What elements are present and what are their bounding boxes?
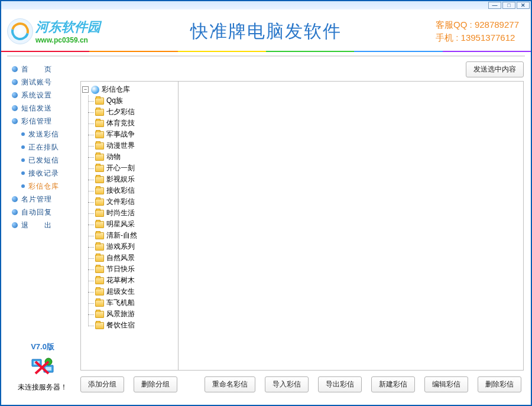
tree-item[interactable]: 超级女生 (95, 286, 177, 297)
bullet-icon (12, 118, 18, 124)
tree-item[interactable]: 明星风采 (95, 219, 177, 230)
tree-item-label: 明星风采 (106, 219, 135, 229)
svg-rect-3 (46, 367, 51, 371)
folder-icon (95, 131, 104, 138)
tree-item[interactable]: 风景旅游 (95, 308, 177, 320)
tree-item[interactable]: 游戏系列 (95, 241, 177, 252)
rename-mms-button[interactable]: 重命名彩信 (205, 376, 255, 392)
tree-root[interactable]: − 彩信仓库 (82, 84, 177, 95)
connection-status-text: 未连接服务器！ (11, 382, 74, 398)
tree-item-label: 节日快乐 (106, 264, 135, 274)
bullet-icon (12, 79, 18, 85)
tree-item[interactable]: 时尚生活 (95, 207, 177, 219)
import-mms-button[interactable]: 导入彩信 (265, 376, 309, 392)
tree-item-label: 餐饮住宿 (106, 320, 135, 330)
main-area: 发送选中内容 − 彩信仓库 Qq族七夕彩信体育竞技军事战争动漫世界动物开心一刻影… (78, 57, 531, 398)
watermark-title: 河东软件园 (35, 18, 100, 36)
titlebar: — □ ✕ (1, 1, 531, 9)
tree-item[interactable]: 餐饮住宿 (95, 320, 177, 331)
maximize-button[interactable]: □ (502, 2, 515, 9)
sidebar-item[interactable]: 系统设置 (11, 89, 74, 102)
folder-icon (95, 300, 104, 307)
delete-group-button[interactable]: 删除分组 (134, 376, 177, 392)
folder-icon (95, 322, 104, 329)
sidebar-item-label: 接收记录 (28, 168, 59, 178)
header: 河东软件园 www.pc0359.cn 快准牌电脑发软件 客服QQ : 9287… (1, 9, 531, 51)
sidebar-item[interactable]: 正在排队 (11, 141, 74, 154)
tree-item-label: 开心一刻 (106, 163, 135, 173)
folder-icon (95, 232, 104, 239)
tree-item[interactable]: 体育竞技 (95, 118, 177, 129)
sidebar-item-label: 首 页 (21, 64, 52, 74)
tree-item[interactable]: 清新-自然 (95, 230, 177, 241)
tree-item[interactable]: 动漫世界 (95, 140, 177, 151)
new-mms-button[interactable]: 新建彩信 (371, 376, 415, 392)
watermark-url: www.pc0359.cn (35, 36, 100, 44)
sidebar-item[interactable]: 彩信仓库 (11, 180, 74, 193)
preview-pane (179, 82, 523, 370)
folder-icon (95, 165, 104, 172)
logo-icon (7, 18, 33, 44)
bullet-icon (21, 132, 25, 136)
tree-item[interactable]: 军事战争 (95, 129, 177, 140)
tree-item-label: 花草树木 (106, 275, 135, 285)
tree-item[interactable]: 文件彩信 (95, 196, 177, 207)
send-selected-button[interactable]: 发送选中内容 (466, 61, 524, 77)
sidebar-item[interactable]: 已发短信 (11, 154, 74, 167)
contact-phone-value: 13951377612 (461, 33, 515, 43)
bullet-icon (21, 145, 25, 149)
add-group-button[interactable]: 添加分组 (80, 376, 124, 392)
tree-view[interactable]: − 彩信仓库 Qq族七夕彩信体育竞技军事战争动漫世界动物开心一刻影视娱乐接收彩信… (81, 82, 179, 370)
sidebar-item[interactable]: 自动回复 (11, 206, 74, 219)
tree-item[interactable]: 自然风景 (95, 252, 177, 264)
folder-icon (95, 243, 104, 251)
tree-item[interactable]: 动物 (95, 151, 177, 163)
rainbow-divider (1, 51, 531, 52)
delete-mms-button[interactable]: 删除彩信 (478, 376, 521, 392)
export-mms-button[interactable]: 导出彩信 (318, 376, 362, 392)
sidebar-item[interactable]: 退 出 (11, 219, 74, 232)
folder-icon (95, 199, 104, 206)
contact-info: 客服QQ : 928789277 手机 : 13951377612 (436, 18, 519, 45)
sidebar-item[interactable]: 彩信管理 (11, 115, 74, 128)
tree-item[interactable]: 七夕彩信 (95, 106, 177, 118)
tree-item[interactable]: 节日快乐 (95, 264, 177, 275)
sidebar-item[interactable]: 短信发送 (11, 102, 74, 115)
close-button[interactable]: ✕ (517, 2, 530, 9)
folder-icon (95, 120, 104, 127)
sidebar-item[interactable]: 接收记录 (11, 167, 74, 180)
folder-icon (95, 277, 104, 284)
bullet-icon (21, 171, 25, 175)
tree-item-label: 清新-自然 (106, 230, 137, 241)
edit-mms-button[interactable]: 编辑彩信 (424, 376, 468, 392)
bottom-toolbar: 添加分组 删除分组 重命名彩信 导入彩信 导出彩信 新建彩信 编辑彩信 删除彩信 (80, 371, 524, 392)
tree-item[interactable]: 接收彩信 (95, 185, 177, 196)
sidebar-item[interactable]: 测试账号 (11, 76, 74, 89)
tree-item[interactable]: 车飞机船 (95, 297, 177, 308)
tree-item[interactable]: 花草树木 (95, 275, 177, 286)
tree-item-label: 影视娱乐 (106, 174, 135, 184)
folder-icon (95, 210, 104, 217)
tree-item[interactable]: 影视娱乐 (95, 174, 177, 185)
minimize-button[interactable]: — (488, 2, 501, 9)
folder-icon (95, 176, 104, 183)
sidebar-item[interactable]: 名片管理 (11, 193, 74, 206)
sidebar-item-label: 自动回复 (21, 207, 52, 217)
sidebar-item[interactable]: 发送彩信 (11, 128, 74, 141)
folder-icon (95, 98, 104, 105)
folder-icon (95, 266, 104, 273)
sidebar-item-label: 发送彩信 (28, 129, 59, 139)
folder-icon (95, 288, 104, 295)
sidebar-item-label: 彩信仓库 (28, 181, 59, 191)
tree-item-label: 自然风景 (106, 253, 135, 263)
bullet-icon (12, 196, 18, 202)
contact-qq-label: 客服QQ : (436, 20, 472, 30)
tree-item[interactable]: 开心一刻 (95, 163, 177, 174)
collapse-toggle-icon[interactable]: − (82, 86, 89, 93)
tree-item-label: 车飞机船 (106, 298, 135, 308)
sidebar-item-label: 短信发送 (21, 103, 52, 113)
contact-phone-label: 手机 : (436, 33, 458, 43)
sidebar-item[interactable]: 首 页 (11, 63, 74, 76)
sidebar-item-label: 已发短信 (28, 155, 59, 165)
tree-item[interactable]: Qq族 (95, 95, 177, 106)
